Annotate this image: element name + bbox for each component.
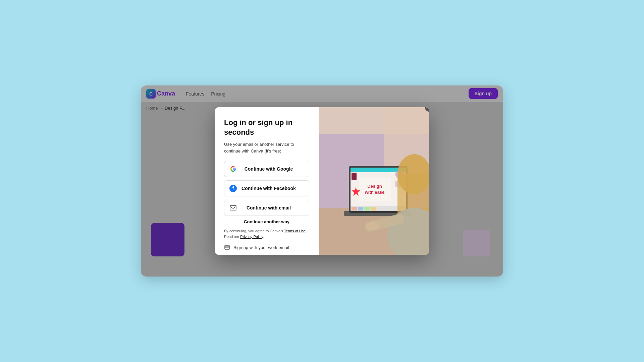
svg-rect-24 <box>371 207 376 210</box>
email-button-label: Continue with email <box>241 205 296 210</box>
svg-rect-22 <box>358 207 363 210</box>
continue-another-way-link[interactable]: Continue another way <box>224 219 309 224</box>
modal-right-panel: Design with ease <box>319 107 429 255</box>
svg-rect-23 <box>364 207 370 210</box>
legal-text: By continuing, you agree to Canva's Term… <box>224 228 309 239</box>
email-auth-button[interactable]: Continue with email <box>224 200 309 216</box>
facebook-button-label: Continue with Facebook <box>241 186 296 191</box>
email-icon <box>229 204 237 212</box>
terms-of-use-link[interactable]: Terms of Use <box>284 229 306 233</box>
modal-subtitle: Use your email or another service to con… <box>224 141 309 154</box>
privacy-policy-link[interactable]: Privacy Policy <box>240 235 263 239</box>
work-email-row[interactable]: Sign up with your work email <box>224 244 309 251</box>
svg-rect-0 <box>230 205 236 210</box>
svg-rect-2 <box>225 246 226 248</box>
google-button-label: Continue with Google <box>241 166 296 172</box>
facebook-icon: f <box>229 184 237 192</box>
work-email-icon <box>224 244 231 251</box>
work-email-label: Sign up with your work email <box>233 245 289 250</box>
login-modal: × Log in or sign up in seconds Use your … <box>215 107 429 255</box>
svg-rect-13 <box>359 178 391 201</box>
svg-text:with ease: with ease <box>365 190 385 195</box>
google-auth-button[interactable]: Continue with Google <box>224 161 309 177</box>
modal-left-panel: Log in or sign up in seconds Use your em… <box>215 107 319 255</box>
svg-rect-21 <box>352 207 357 210</box>
svg-rect-17 <box>352 173 357 180</box>
svg-point-29 <box>366 222 379 230</box>
modal-overlay: × Log in or sign up in seconds Use your … <box>141 85 503 277</box>
svg-text:Design: Design <box>367 184 382 189</box>
browser-window: C Canva Features Pricing Sign up Home › … <box>141 85 503 277</box>
google-icon <box>229 165 237 173</box>
modal-title: Log in or sign up in seconds <box>224 118 309 137</box>
legal-suffix: . <box>263 235 264 239</box>
facebook-auth-button[interactable]: f Continue with Facebook <box>224 180 309 196</box>
legal-prefix: By continuing, you agree to Canva's <box>224 229 284 233</box>
